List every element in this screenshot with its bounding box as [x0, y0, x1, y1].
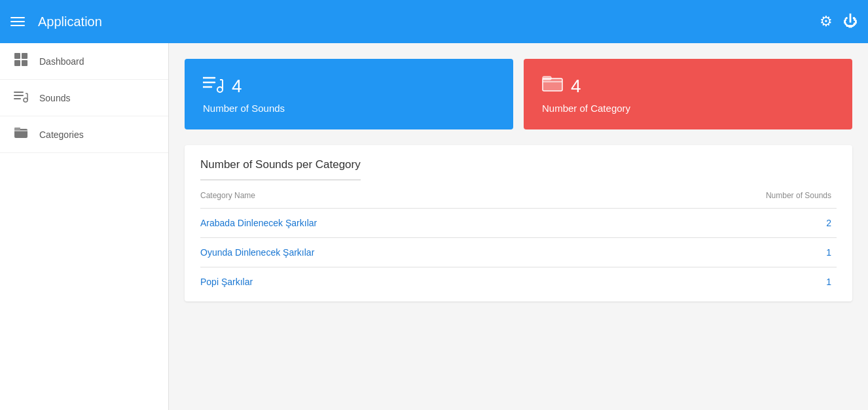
- svg-point-7: [24, 98, 27, 102]
- svg-rect-11: [14, 128, 20, 130]
- sounds-count-cell: 2: [603, 209, 837, 238]
- categories-stat-icon: [542, 75, 563, 97]
- svg-rect-18: [543, 78, 562, 91]
- svg-rect-3: [22, 60, 27, 66]
- categories-icon: [13, 126, 29, 143]
- stat-card-categories: 4 Number of Category: [524, 59, 852, 129]
- app-title: Application: [38, 14, 806, 29]
- dashboard-icon: [13, 52, 29, 70]
- sounds-count: 4: [232, 76, 242, 97]
- app-header: Application: [0, 0, 868, 43]
- category-name-cell: Arabada Dinlenecek Şarkılar: [200, 209, 603, 238]
- sounds-icon: [13, 89, 29, 107]
- category-name-cell: Oyunda Dinlenecek Şarkılar: [200, 238, 603, 267]
- svg-rect-2: [14, 60, 20, 66]
- table-card: Number of Sounds per Category Category N…: [185, 145, 852, 301]
- table-row: Arabada Dinlenecek Şarkılar2: [200, 209, 837, 238]
- col-category-header: Category Name: [200, 183, 603, 209]
- stat-card-sounds: 4 Number of Sounds: [185, 59, 513, 129]
- sounds-table: Category Name Number of Sounds Arabada D…: [200, 183, 837, 296]
- header-actions: [820, 13, 858, 30]
- settings-icon[interactable]: [820, 13, 833, 30]
- sounds-label: Number of Sounds: [203, 103, 495, 114]
- menu-icon[interactable]: [10, 17, 25, 26]
- sidebar: Dashboard Sounds: [0, 43, 169, 410]
- stat-cards: 4 Number of Sounds 4 Number of Category: [185, 59, 852, 129]
- col-sounds-header: Number of Sounds: [603, 183, 837, 209]
- svg-rect-1: [22, 53, 27, 59]
- svg-rect-19: [543, 77, 551, 80]
- sounds-count-cell: 1: [603, 238, 837, 267]
- category-name-cell: Popi Şarkılar: [200, 267, 603, 297]
- sidebar-item-dashboard[interactable]: Dashboard: [0, 43, 168, 80]
- sounds-count-cell: 1: [603, 267, 837, 297]
- power-icon[interactable]: [843, 13, 858, 30]
- sidebar-item-categories[interactable]: Categories: [0, 116, 168, 153]
- sidebar-label-sounds: Sounds: [39, 93, 70, 103]
- sidebar-label-dashboard: Dashboard: [39, 56, 84, 67]
- svg-point-15: [217, 87, 223, 92]
- table-row: Oyunda Dinlenecek Şarkılar1: [200, 238, 837, 267]
- main-content: 4 Number of Sounds 4 Number of Category: [169, 43, 868, 410]
- table-title: Number of Sounds per Category: [200, 158, 361, 180]
- categories-label: Number of Category: [542, 103, 834, 114]
- sidebar-label-categories: Categories: [39, 129, 84, 140]
- layout: Dashboard Sounds: [0, 43, 868, 410]
- sidebar-item-sounds[interactable]: Sounds: [0, 80, 168, 116]
- table-row: Popi Şarkılar1: [200, 267, 837, 297]
- svg-rect-10: [14, 129, 27, 138]
- sounds-stat-icon: [203, 75, 224, 97]
- svg-rect-0: [14, 53, 20, 59]
- categories-count: 4: [571, 76, 581, 97]
